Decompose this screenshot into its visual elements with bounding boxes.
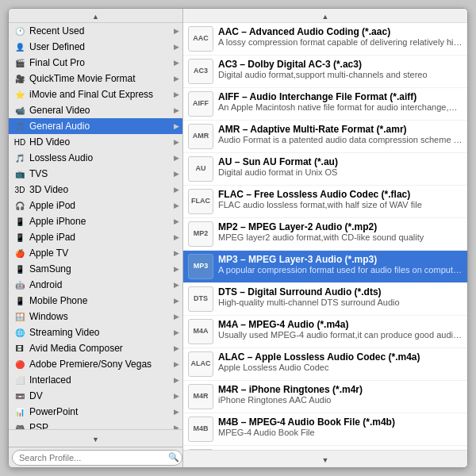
right-item-title-aiff: AIFF – Audio Interchange File Format (*.… [218, 91, 463, 102]
left-item-arrow-3d-video: ▶ [174, 186, 179, 194]
left-item-apple-iphone[interactable]: 📱 Apple iPhone ▶ [9, 213, 182, 229]
left-item-psp[interactable]: 🎮 PSP ▶ [9, 420, 182, 429]
left-item-icon-user-defined: 👤 [13, 40, 26, 53]
left-item-recent-used[interactable]: 🕐 Recent Used ▶ [9, 23, 182, 39]
left-item-imovie[interactable]: ⭐ iMovie and Final Cut Express ▶ [9, 86, 182, 102]
left-item-samsung[interactable]: 📱 SamSung ▶ [9, 261, 182, 277]
left-item-streaming-video[interactable]: 🌐 Streaming Video ▶ [9, 324, 182, 340]
right-item-text-m4r: M4R – iPhone Ringtones (*.m4r) iPhone Ri… [218, 384, 463, 405]
right-item-desc-dts: High-quality multi-channel DTS surround … [218, 298, 463, 307]
right-item-desc-ac3: Digital audio format,support multi-chann… [218, 70, 463, 79]
left-item-icon-dv: 📼 [13, 390, 26, 402]
left-item-lossless-audio[interactable]: 🎵 Lossless Audio ▶ [9, 150, 182, 166]
left-item-powerpoint[interactable]: 📊 PowerPoint ▶ [9, 404, 182, 420]
left-item-icon-general-video: 📹 [13, 104, 26, 117]
left-item-apple-ipod[interactable]: 🎧 Apple iPod ▶ [9, 198, 182, 213]
left-item-windows[interactable]: 🪟 Windows ▶ [9, 309, 182, 324]
left-item-label-samsung: SamSung [29, 263, 174, 274]
left-item-quicktime[interactable]: 🎥 QuickTime Movie Format ▶ [9, 71, 182, 86]
left-item-arrow-samsung: ▶ [174, 265, 179, 273]
left-item-arrow-windows: ▶ [174, 313, 179, 321]
left-item-apple-tv[interactable]: 🍎 Apple TV ▶ [9, 245, 182, 261]
left-item-arrow-general-video: ▶ [174, 106, 179, 114]
right-item-icon-m4b: M4B [188, 416, 213, 442]
left-item-icon-android: 🤖 [13, 278, 26, 291]
left-item-general-video[interactable]: 📹 General Video ▶ [9, 102, 182, 118]
left-scroll-down-button[interactable] [9, 429, 182, 447]
left-item-icon-apple-ipad: 📱 [13, 231, 26, 244]
search-input[interactable] [12, 450, 182, 466]
left-item-arrow-apple-ipad: ▶ [174, 233, 179, 241]
left-item-apple-ipad[interactable]: 📱 Apple iPad ▶ [9, 229, 182, 245]
right-chevron-down-icon [322, 454, 329, 465]
left-item-icon-final-cut-pro: 🎬 [13, 56, 26, 69]
left-item-general-audio[interactable]: 🎵 General Audio ▶ [9, 118, 182, 134]
left-item-mobile-phone[interactable]: 📱 Mobile Phone ▶ [9, 293, 182, 309]
right-item-desc-amr: Audio Format is a patented audio data co… [218, 135, 463, 144]
right-item-mp3[interactable]: MP3 MP3 – MPEG Layer-3 Audio (*.mp3) A p… [183, 251, 467, 283]
right-item-desc-m4r: iPhone Ringtones AAC Audio [218, 395, 463, 405]
left-item-arrow-recent-used: ▶ [174, 27, 179, 35]
left-item-arrow-mobile-phone: ▶ [174, 297, 179, 305]
left-item-user-defined[interactable]: 👤 User Defined ▶ [9, 39, 182, 55]
left-item-interlaced[interactable]: ⬜ Interlaced ▶ [9, 372, 182, 388]
right-item-title-aac: AAC – Advanced Audio Coding (*.aac) [218, 26, 463, 37]
left-item-avid-media[interactable]: 🎞 Avid Media Composer ▶ [9, 340, 182, 356]
right-item-aiff[interactable]: AIFF AIFF – Audio Interchange File Forma… [183, 88, 467, 121]
left-item-icon-imovie: ⭐ [13, 88, 26, 101]
left-item-icon-psp: 🎮 [13, 421, 26, 429]
left-item-icon-powerpoint: 📊 [13, 405, 26, 418]
left-item-label-3d-video: 3D Video [29, 184, 174, 195]
left-item-arrow-general-audio: ▶ [174, 122, 179, 130]
left-item-arrow-streaming-video: ▶ [174, 328, 179, 336]
right-item-title-dts: DTS – Digital Surround Audio (*.dts) [218, 286, 463, 298]
left-item-adobe-premiere[interactable]: 🔴 Adobe Premiere/Sony Vegas ▶ [9, 356, 182, 372]
left-item-label-user-defined: User Defined [29, 41, 174, 52]
right-item-amr[interactable]: AMR AMR – Adaptive Multi-Rate Format (*.… [183, 121, 467, 153]
left-item-label-tvs: TVS [29, 168, 174, 179]
left-item-arrow-tvs: ▶ [174, 170, 179, 178]
left-item-label-apple-iphone: Apple iPhone [29, 216, 174, 227]
right-item-mp2[interactable]: MP2 MP2 – MPEG Layer-2 Audio (*.mp2) MPE… [183, 218, 467, 251]
right-item-m4a[interactable]: M4A M4A – MPEG-4 Audio (*.m4a) Usually u… [183, 316, 467, 348]
right-list: AAC AAC – Advanced Audio Coding (*.aac) … [183, 23, 467, 450]
left-item-android[interactable]: 🤖 Android ▶ [9, 277, 182, 293]
right-scroll-up-button[interactable] [183, 9, 467, 23]
right-item-title-flac: FLAC – Free Lossless Audio Codec (*.flac… [218, 189, 463, 200]
right-item-m4b[interactable]: M4B M4B – MPEG-4 Audio Book File (*.m4b)… [183, 413, 467, 446]
left-item-hd-video[interactable]: HD HD Video ▶ [9, 134, 182, 150]
right-scroll-down-button[interactable] [183, 450, 467, 467]
right-item-title-m4b: M4B – MPEG-4 Audio Book File (*.m4b) [218, 416, 463, 428]
left-item-icon-quicktime: 🎥 [13, 72, 26, 85]
right-item-title-alac: ALAC – Apple Lossless Audio Codec (*.m4a… [218, 351, 463, 363]
right-item-flac[interactable]: FLAC FLAC – Free Lossless Audio Codec (*… [183, 186, 467, 218]
main-area: 🕐 Recent Used ▶ 👤 User Defined ▶ 🎬 Final… [9, 9, 467, 467]
right-item-aac[interactable]: AAC AAC – Advanced Audio Coding (*.aac) … [183, 23, 467, 56]
right-item-title-amr: AMR – Adaptive Multi-Rate Format (*.amr) [218, 124, 463, 135]
left-item-dv[interactable]: 📼 DV ▶ [9, 388, 182, 404]
left-item-tvs[interactable]: 📺 TVS ▶ [9, 166, 182, 182]
left-item-final-cut-pro[interactable]: 🎬 Final Cut Pro ▶ [9, 55, 182, 71]
left-item-label-adobe-premiere: Adobe Premiere/Sony Vegas [29, 359, 174, 370]
right-item-alac[interactable]: ALAC ALAC – Apple Lossless Audio Codec (… [183, 348, 467, 381]
left-item-label-apple-tv: Apple TV [29, 248, 174, 259]
left-item-label-final-cut-pro: Final Cut Pro [29, 57, 174, 68]
right-item-title-m4a: M4A – MPEG-4 Audio (*.m4a) [218, 319, 463, 330]
left-item-icon-interlaced: ⬜ [13, 374, 26, 386]
left-item-3d-video[interactable]: 3D 3D Video ▶ [9, 182, 182, 198]
right-item-text-ac3: AC3 – Dolby Digital AC-3 (*.ac3) Digital… [218, 59, 463, 79]
right-item-au[interactable]: AU AU – Sun AU Format (*.au) Digital aud… [183, 153, 467, 186]
left-item-arrow-lossless-audio: ▶ [174, 154, 179, 162]
right-item-icon-mp2: MP2 [188, 221, 213, 247]
right-item-ac3[interactable]: AC3 AC3 – Dolby Digital AC-3 (*.ac3) Dig… [183, 56, 467, 88]
left-item-icon-mobile-phone: 📱 [13, 294, 26, 307]
right-item-text-m4b: M4B – MPEG-4 Audio Book File (*.m4b) MPE… [218, 416, 463, 437]
left-scroll-up-button[interactable] [9, 9, 182, 23]
right-item-m4r[interactable]: M4R M4R – iPhone Ringtones (*.m4r) iPhon… [183, 381, 467, 413]
right-item-icon-ac3: AC3 [188, 59, 213, 84]
left-item-arrow-psp: ▶ [174, 424, 179, 429]
right-item-desc-m4b: MPEG-4 Audio Book File [218, 428, 463, 437]
chevron-down-icon [92, 433, 99, 444]
right-item-icon-mp3: MP3 [188, 254, 213, 279]
right-item-dts[interactable]: DTS DTS – Digital Surround Audio (*.dts)… [183, 283, 467, 316]
